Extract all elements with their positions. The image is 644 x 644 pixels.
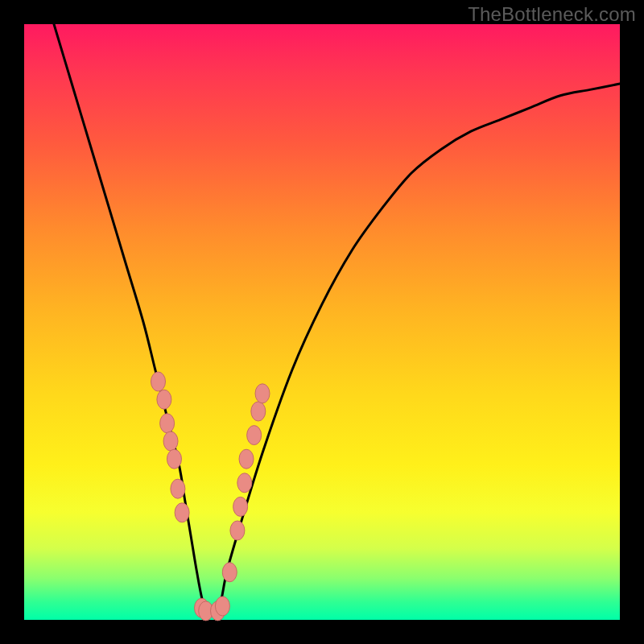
data-point bbox=[151, 372, 166, 391]
data-point bbox=[255, 384, 270, 403]
data-point bbox=[247, 426, 262, 445]
data-point bbox=[222, 563, 237, 582]
data-point bbox=[251, 402, 266, 421]
chart-frame: TheBottleneck.com bbox=[0, 0, 644, 644]
curve-svg bbox=[24, 24, 620, 620]
data-point bbox=[163, 431, 178, 451]
data-markers bbox=[151, 372, 270, 621]
data-point bbox=[215, 597, 229, 616]
data-point bbox=[233, 497, 248, 516]
data-point bbox=[167, 449, 181, 469]
watermark-text: TheBottleneck.com bbox=[468, 3, 636, 26]
data-point bbox=[237, 473, 252, 493]
data-point bbox=[239, 449, 254, 469]
data-point bbox=[157, 390, 171, 409]
plot-area bbox=[24, 24, 620, 620]
data-point bbox=[175, 503, 189, 522]
data-point bbox=[171, 479, 185, 498]
data-point bbox=[230, 521, 245, 540]
data-point bbox=[160, 414, 175, 433]
bottleneck-curve bbox=[54, 24, 620, 615]
